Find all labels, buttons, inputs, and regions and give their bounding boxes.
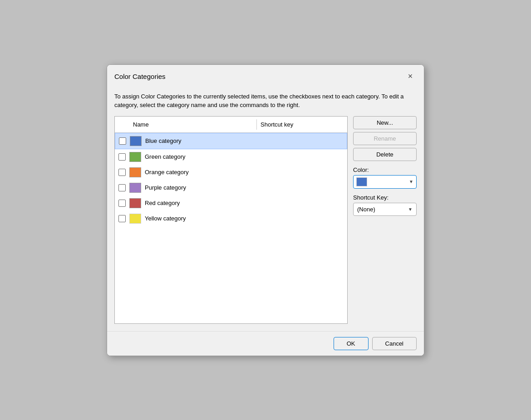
color-section: Color: ▼ (353, 166, 417, 189)
list-item[interactable]: Green category (115, 149, 347, 165)
cancel-button[interactable]: Cancel (372, 337, 417, 350)
item-label-blue: Blue category (145, 137, 182, 144)
shortcut-dropdown[interactable]: (None) ▼ (353, 203, 417, 216)
shortcut-section: Shortcut Key: (None) ▼ (353, 194, 417, 216)
item-label-green: Green category (145, 153, 186, 160)
list-panel: Name Shortcut key Blue category Green c (114, 116, 348, 324)
item-checkbox-yellow[interactable] (118, 215, 126, 222)
item-label-orange: Orange category (145, 169, 189, 176)
item-label-red: Red category (145, 200, 180, 206)
color-swatch-yellow (129, 214, 141, 224)
color-dropdown[interactable]: ▼ (353, 175, 417, 189)
rename-button[interactable]: Rename (353, 132, 417, 145)
dialog-footer: OK Cancel (107, 331, 424, 356)
item-label-purple: Purple category (145, 184, 186, 191)
item-checkbox-blue[interactable] (119, 137, 126, 145)
item-label-yellow: Yellow category (145, 215, 186, 222)
shortcut-label: Shortcut Key: (353, 194, 417, 201)
item-checkbox-green[interactable] (118, 153, 126, 161)
header-shortcut: Shortcut key (256, 119, 347, 130)
list-item[interactable]: Orange category (115, 165, 347, 180)
list-item[interactable]: Blue category (115, 133, 347, 149)
color-swatch-green (129, 152, 141, 162)
shortcut-value: (None) (357, 206, 375, 213)
color-preview (356, 177, 367, 186)
right-panel: New... Rename Delete Color: ▼ Shortcut K… (353, 116, 417, 324)
list-item[interactable]: Red category (115, 195, 347, 211)
color-dropdown-row (356, 177, 369, 186)
main-area: Name Shortcut key Blue category Green c (114, 116, 417, 324)
description-text: To assign Color Categories to the curren… (114, 92, 417, 110)
color-swatch-blue (130, 136, 142, 146)
color-label: Color: (353, 166, 417, 173)
close-button[interactable]: × (404, 70, 417, 83)
dialog-body: To assign Color Categories to the curren… (107, 87, 424, 331)
item-checkbox-purple[interactable] (118, 184, 126, 191)
item-checkbox-red[interactable] (118, 200, 126, 207)
title-bar: Color Categories × (107, 65, 424, 87)
color-swatch-purple (129, 183, 141, 193)
color-categories-dialog: Color Categories × To assign Color Categ… (107, 64, 424, 356)
color-swatch-red (129, 198, 141, 208)
dialog-title: Color Categories (114, 73, 166, 80)
color-swatch-orange (129, 167, 141, 177)
color-dropdown-arrow: ▼ (409, 179, 413, 184)
delete-button[interactable]: Delete (353, 148, 417, 161)
new-button[interactable]: New... (353, 116, 417, 129)
list-item[interactable]: Purple category (115, 180, 347, 195)
list-header: Name Shortcut key (115, 117, 347, 133)
item-checkbox-orange[interactable] (118, 169, 126, 176)
ok-button[interactable]: OK (334, 337, 369, 350)
shortcut-dropdown-arrow: ▼ (408, 207, 413, 212)
list-items: Blue category Green category Orange cate… (115, 133, 347, 323)
list-item[interactable]: Yellow category (115, 211, 347, 226)
header-name: Name (115, 119, 256, 130)
